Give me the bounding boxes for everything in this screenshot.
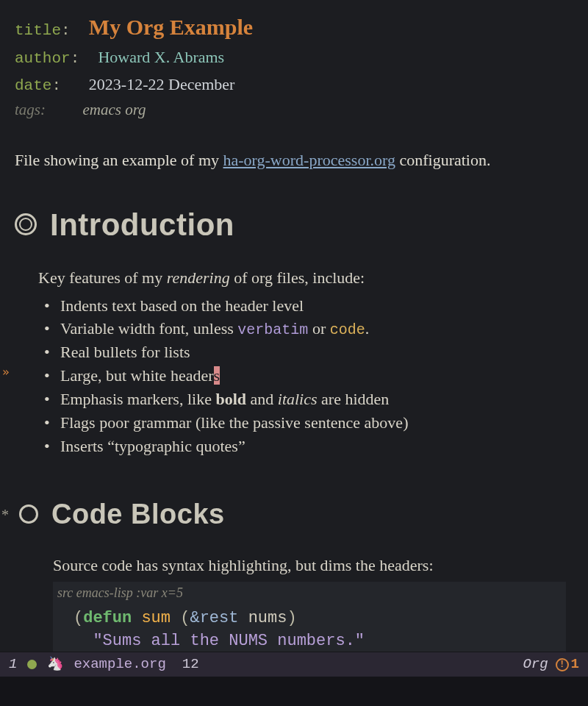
buffer-modified-icon (27, 660, 37, 669)
list-item: Variable width font, unless verbatim or … (44, 317, 573, 340)
fringe-continuation-arrow: » (2, 363, 10, 381)
warning-icon: ! (556, 658, 569, 671)
meta-title-line: title: My Org Example (15, 10, 573, 43)
buffer-area[interactable]: title: My Org Example author: Howard X. … (0, 0, 588, 655)
heading-code-blocks: Code Blocks (19, 493, 573, 535)
features-list: Indents text based on the header level V… (44, 294, 573, 458)
meta-key-author: author (15, 50, 71, 67)
heading-star-marker: * (1, 504, 9, 526)
heading-introduction: Introduction (15, 202, 573, 248)
features-lead: Key features of my rendering of org file… (38, 265, 573, 290)
buffer-filename[interactable]: example.org (74, 654, 165, 675)
mode-line[interactable]: 1 🦄 example.org 12 Org !1 (0, 652, 588, 677)
list-item: Emphasis markers, like bold and italics … (44, 388, 573, 411)
list-item: Real bullets for lists (44, 340, 573, 364)
meta-key-tags: tags: (15, 101, 46, 118)
meta-key-date: date (15, 77, 51, 94)
verbatim-text: verbatim (237, 321, 308, 338)
list-item: Large, but white headers (44, 364, 573, 388)
code-text: code (330, 321, 365, 338)
document-title: My Org Example (89, 15, 253, 39)
list-item: Indents text based on the header level (44, 294, 573, 318)
intro-paragraph: File showing an example of my ha-org-wor… (15, 148, 573, 172)
major-mode[interactable]: Org (523, 654, 548, 675)
heading-text: Introduction (50, 202, 234, 248)
meta-date-line: date: 2023-12-22 December (15, 72, 573, 98)
list-item: Inserts “typographic quotes” (44, 435, 573, 458)
heading-bullet-icon (15, 213, 37, 235)
meta-tags-line: tags: emacs org (15, 99, 573, 123)
source-block: src emacs-lisp :var x=5 (defun sum (&res… (53, 582, 566, 655)
document-date: 2023-12-22 December (89, 75, 235, 93)
text-cursor: s (214, 366, 220, 385)
document-tags: emacs org (82, 101, 146, 118)
list-item: Flags poor grammar (like the passive sen… (44, 411, 573, 435)
meta-key-title: title (15, 22, 61, 39)
source-code[interactable]: (defun sum (&rest nums) "Sums all the NU… (53, 603, 566, 655)
heading-bullet-icon (19, 504, 38, 524)
src-paragraph: Source code has syntax highlighting, but… (53, 553, 573, 577)
heading-text: Code Blocks (51, 493, 225, 535)
introduction-body: Key features of my rendering of org file… (38, 265, 573, 458)
src-begin-line: src emacs-lisp :var x=5 (53, 583, 566, 603)
minibuffer[interactable] (0, 677, 588, 706)
column-number: 12 (182, 654, 199, 675)
flycheck-warning-badge[interactable]: !1 (556, 654, 579, 675)
meta-author-line: author: Howard X. Abrams (15, 45, 573, 71)
unicorn-icon: 🦄 (47, 655, 63, 674)
document-author: Howard X. Abrams (98, 48, 224, 66)
config-file-link[interactable]: ha-org-word-processor.org (223, 151, 395, 169)
line-number: 1 (9, 654, 17, 675)
